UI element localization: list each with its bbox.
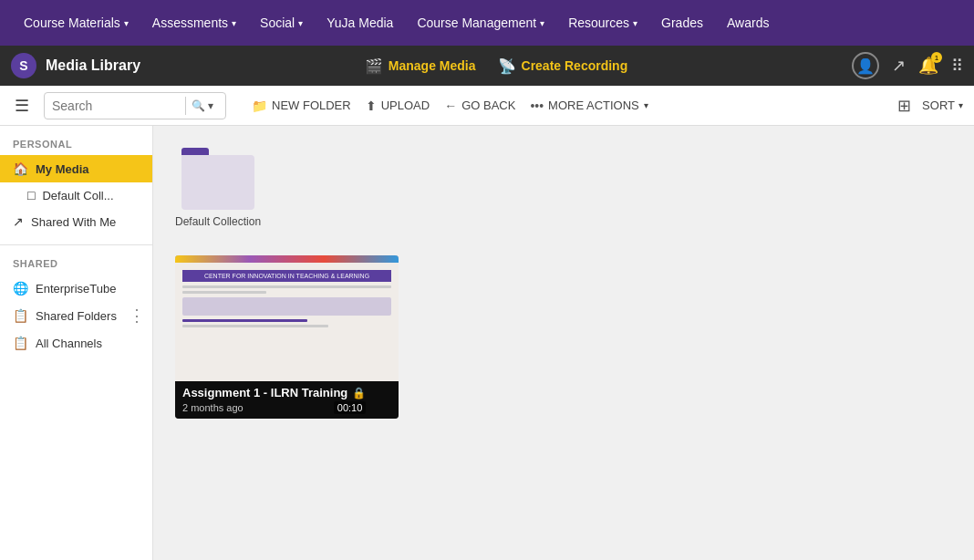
search-box[interactable]: 🔍 ▾: [44, 92, 226, 119]
hamburger-menu-icon[interactable]: ☰: [11, 92, 33, 119]
search-input[interactable]: [52, 99, 180, 113]
content-area: Default Collection CENTER FOR INNOVATION…: [153, 126, 974, 560]
top-navigation: Course Materials ▾ Assessments ▾ Social …: [0, 0, 974, 46]
home-icon: 🏠: [13, 161, 28, 176]
sidebar-item-shared-with-me[interactable]: ↗ Shared With Me: [0, 208, 152, 235]
folder-icon-graphic: [181, 148, 254, 210]
thumb-header-text: CENTER FOR INNOVATION IN TEACHING & LEAR…: [182, 270, 391, 282]
thumb-content: CENTER FOR INNOVATION IN TEACHING & LEAR…: [175, 263, 399, 381]
personal-section-label: PERSONAL: [0, 139, 152, 155]
folder-icon: 📁: [252, 99, 267, 113]
nav-assessments[interactable]: Assessments ▾: [143, 10, 245, 36]
chevron-down-icon: ▾: [958, 100, 963, 110]
back-arrow-icon: ←: [444, 99, 457, 113]
external-link-icon[interactable]: ↗: [892, 56, 906, 76]
toolbar-right: ⊞ SORT ▾: [897, 96, 963, 116]
chevron-down-icon: ▾: [232, 18, 236, 28]
media-title-row: Assignment 1 - ILRN Training 🔒: [182, 386, 366, 399]
notification-badge: 1: [931, 52, 942, 63]
sidebar-divider: [0, 244, 152, 245]
search-dropdown-icon[interactable]: 🔍 ▾: [192, 99, 213, 112]
sidebar-item-default-collection[interactable]: □ Default Coll...: [0, 182, 152, 208]
media-bar-right: 👤 ↗ 🔔 1 ⠿: [852, 52, 963, 79]
media-library-title: Media Library: [46, 57, 140, 74]
create-recording-action[interactable]: 📡 Create Recording: [498, 57, 628, 75]
folder-shared-icon: 📋: [13, 308, 28, 323]
nav-social[interactable]: Social ▾: [251, 10, 312, 36]
thumb-top-bar: [175, 255, 399, 263]
media-duration: 00:10: [334, 401, 367, 414]
globe-icon: 🌐: [13, 281, 28, 296]
thumb-placeholder-box: [182, 297, 391, 316]
main-layout: PERSONAL 🏠 My Media □ Default Coll... ↗ …: [0, 126, 974, 560]
nav-awards[interactable]: Awards: [718, 10, 778, 36]
chevron-down-icon: ▾: [298, 18, 303, 28]
chevron-down-icon: ▾: [124, 18, 129, 28]
manage-media-action[interactable]: 🎬 Manage Media: [365, 57, 476, 75]
chevron-down-icon: ▾: [633, 18, 637, 28]
folder-name: Default Collection: [175, 215, 261, 228]
lock-icon: 🔒: [352, 387, 366, 399]
chevron-down-icon: ▾: [644, 100, 648, 110]
sidebar-item-all-channels[interactable]: 📋 All Channels: [0, 329, 152, 357]
media-bar-left: S Media Library: [11, 53, 140, 78]
nav-course-management[interactable]: Course Management ▾: [408, 10, 554, 36]
media-logo: S: [11, 53, 36, 78]
three-dot-menu-icon[interactable]: ⋮: [129, 306, 145, 326]
media-card[interactable]: CENTER FOR INNOVATION IN TEACHING & LEAR…: [175, 255, 399, 419]
media-grid: CENTER FOR INNOVATION IN TEACHING & LEAR…: [175, 255, 952, 419]
shared-section-label: SHARED: [0, 254, 152, 275]
share-icon: ↗: [13, 214, 24, 229]
record-icon: 📡: [498, 57, 516, 75]
channel-icon: 📋: [13, 336, 28, 350]
media-info-bar: Assignment 1 - ILRN Training 🔒 2 months …: [175, 381, 399, 419]
folder-default-collection[interactable]: Default Collection: [175, 148, 261, 228]
nav-resources[interactable]: Resources ▾: [559, 10, 647, 36]
go-back-button[interactable]: ← GO BACK: [444, 99, 515, 113]
grid-view-icon[interactable]: ⊞: [897, 96, 911, 116]
sidebar-item-enterprise-tube[interactable]: 🌐 EnterpriseTube: [0, 275, 152, 302]
upload-button[interactable]: ⬆ UPLOAD: [366, 99, 430, 113]
more-actions-icon: •••: [530, 99, 544, 113]
apps-grid-icon[interactable]: ⠿: [951, 56, 963, 76]
sidebar-item-shared-folders[interactable]: 📋 Shared Folders ⋮: [0, 302, 152, 329]
sidebar-item-my-media[interactable]: 🏠 My Media: [0, 155, 152, 182]
folder-grid: Default Collection: [175, 148, 952, 228]
nav-yuja-media[interactable]: YuJa Media: [317, 10, 402, 36]
video-icon: 🎬: [365, 57, 383, 75]
media-meta-row: 2 months ago 00:10: [182, 401, 366, 414]
new-folder-button[interactable]: 📁 NEW FOLDER: [252, 99, 351, 113]
nav-course-materials[interactable]: Course Materials ▾: [15, 10, 138, 36]
folder-body: [181, 155, 254, 210]
sort-button[interactable]: SORT ▾: [922, 99, 963, 112]
toolbar-actions: 📁 NEW FOLDER ⬆ UPLOAD ← GO BACK ••• MORE…: [252, 99, 886, 113]
media-library-bar: S Media Library 🎬 Manage Media 📡 Create …: [0, 46, 974, 86]
media-title: Assignment 1 - ILRN Training: [182, 386, 347, 399]
media-thumbnail: CENTER FOR INNOVATION IN TEACHING & LEAR…: [175, 255, 399, 381]
chevron-down-icon: ▾: [540, 18, 544, 28]
upload-icon: ⬆: [366, 99, 377, 113]
media-bar-center: 🎬 Manage Media 📡 Create Recording: [365, 57, 627, 75]
more-actions-button[interactable]: ••• MORE ACTIONS ▾: [530, 99, 648, 113]
notification-bell-icon[interactable]: 🔔 1: [918, 56, 938, 76]
media-date: 2 months ago: [182, 402, 244, 413]
search-divider: [185, 97, 186, 115]
nav-grades[interactable]: Grades: [652, 10, 712, 36]
sidebar: PERSONAL 🏠 My Media □ Default Coll... ↗ …: [0, 126, 153, 560]
folder-icon: □: [27, 188, 35, 202]
profile-icon[interactable]: 👤: [852, 52, 879, 79]
toolbar: ☰ 🔍 ▾ 📁 NEW FOLDER ⬆ UPLOAD ← GO BACK ••…: [0, 86, 974, 126]
